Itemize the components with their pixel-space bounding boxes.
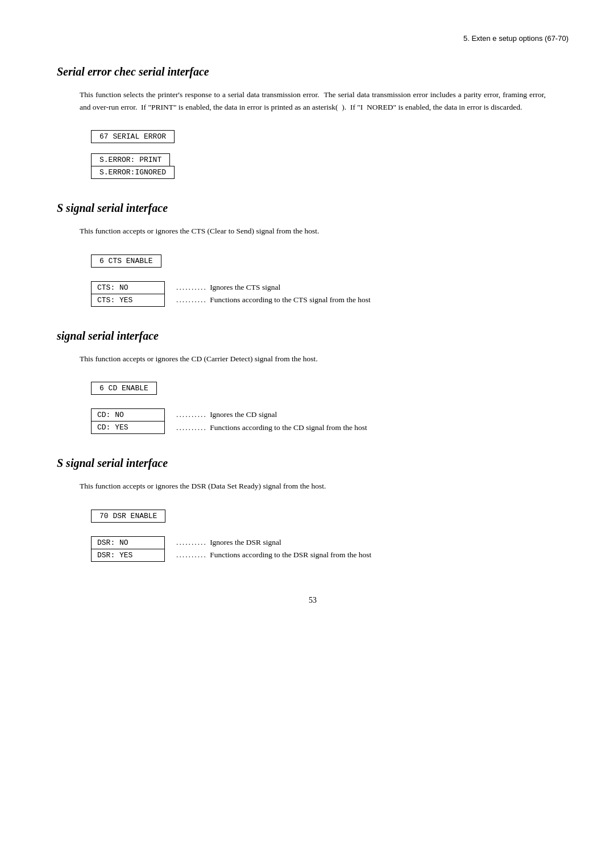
serial-error-options: S.ERROR: PRINT S.ERROR:IGNORED bbox=[91, 153, 569, 179]
dsr-option-no: DSR: NO bbox=[91, 536, 165, 549]
section-serial-error: Serial error chec serial interface This … bbox=[57, 65, 569, 179]
page-header: 5. Exten e setup options (67-70) bbox=[57, 34, 569, 43]
section-title-dsr: S signal serial interface bbox=[57, 457, 569, 470]
cts-option-no: CTS: NO bbox=[91, 281, 165, 294]
cd-options: CD: NO .......... Ignores the CD signal … bbox=[91, 408, 569, 434]
page-number: 53 bbox=[57, 596, 569, 605]
dsr-options: DSR: NO .......... Ignores the DSR signa… bbox=[91, 536, 569, 562]
dsr-desc-yes: .......... Functions according to the DS… bbox=[165, 550, 371, 560]
cd-desc-yes: .......... Functions according to the CD… bbox=[165, 423, 367, 432]
menu-header-serial-error: 67 SERIAL ERROR bbox=[91, 130, 175, 143]
section-title-cts: S signal serial interface bbox=[57, 202, 569, 215]
cd-option-yes: CD: YES bbox=[91, 421, 165, 434]
dots-dsr-yes: .......... bbox=[176, 550, 210, 559]
cts-desc-yes: .......... Functions according to the CT… bbox=[165, 295, 371, 304]
section-body-serial-error: This function selects the printer's resp… bbox=[80, 89, 546, 113]
dots-cd-yes: .......... bbox=[176, 423, 210, 432]
serial-error-option-ignored: S.ERROR:IGNORED bbox=[92, 166, 174, 178]
section-cd-signal: signal serial interface This function ac… bbox=[57, 329, 569, 435]
cd-desc-no: .......... Ignores the CD signal bbox=[165, 410, 277, 419]
section-body-cts: This function accepts or ignores the CTS… bbox=[80, 225, 546, 237]
section-title-serial-error: Serial error chec serial interface bbox=[57, 65, 569, 78]
dots-dsr-no: .......... bbox=[176, 538, 210, 546]
serial-error-option-print: S.ERROR: PRINT bbox=[92, 154, 169, 166]
menu-header-label-serial-error: 67 SERIAL ERROR bbox=[92, 131, 174, 143]
cts-option-yes: CTS: YES bbox=[91, 294, 165, 307]
section-cts-signal: S signal serial interface This function … bbox=[57, 202, 569, 307]
dsr-desc-no: .......... Ignores the DSR signal bbox=[165, 538, 281, 547]
menu-header-dsr: 70 DSR ENABLE bbox=[91, 510, 165, 523]
menu-header-cts: 6 CTS ENABLE bbox=[91, 254, 161, 268]
header-text: 5. Exten e setup options (67-70) bbox=[463, 34, 569, 43]
dots-cts-no: .......... bbox=[176, 283, 210, 291]
cts-desc-no: .......... Ignores the CTS signal bbox=[165, 283, 280, 292]
section-body-dsr: This function accepts or ignores the DSR… bbox=[80, 480, 546, 493]
dots-cd-no: .......... bbox=[176, 410, 210, 419]
menu-header-label-cd: 6 CD ENABLE bbox=[92, 382, 156, 394]
dsr-option-yes: DSR: YES bbox=[91, 549, 165, 562]
menu-header-label-dsr: 70 DSR ENABLE bbox=[92, 510, 165, 522]
section-body-cd: This function accepts or ignores the CD … bbox=[80, 353, 546, 365]
menu-header-cd: 6 CD ENABLE bbox=[91, 382, 157, 395]
section-dsr-signal: S signal serial interface This function … bbox=[57, 457, 569, 562]
menu-header-label-cts: 6 CTS ENABLE bbox=[92, 255, 161, 267]
cd-option-no: CD: NO bbox=[91, 408, 165, 421]
dots-cts-yes: .......... bbox=[176, 295, 210, 304]
section-title-cd: signal serial interface bbox=[57, 329, 569, 343]
cts-options: CTS: NO .......... Ignores the CTS signa… bbox=[91, 281, 569, 307]
